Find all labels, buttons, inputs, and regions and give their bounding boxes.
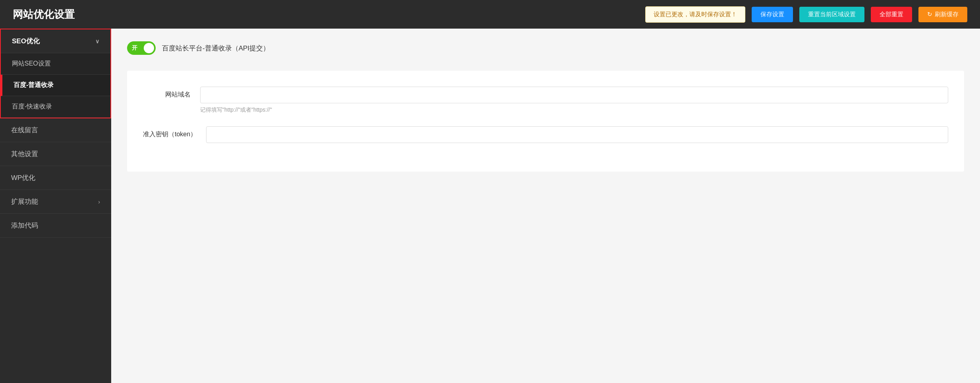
form-row-domain: 网站域名 记得填写"http://"或者"https://" bbox=[143, 87, 948, 114]
toggle-on-label: 开 bbox=[132, 44, 137, 52]
header-actions: 设置已更改，请及时保存设置！ 保存设置 重置当前区域设置 全部重置 ↻ 刷新缓存 bbox=[645, 6, 967, 23]
toggle-title: 百度站长平台-普通收录（API提交） bbox=[162, 44, 270, 53]
reset-all-button[interactable]: 全部重置 bbox=[871, 7, 912, 22]
form-row-token: 准入密钥（token） bbox=[143, 126, 948, 143]
sidebar-item-other[interactable]: 其他设置 bbox=[0, 142, 111, 166]
sidebar-item-add-code[interactable]: 添加代码 bbox=[0, 214, 111, 238]
domain-hint: 记得填写"http://"或者"https://" bbox=[200, 106, 948, 114]
toggle-row: 开 百度站长平台-普通收录（API提交） bbox=[127, 41, 964, 55]
sidebar-item-seo[interactable]: SEO优化 ∨ bbox=[1, 29, 110, 53]
page-title: 网站优化设置 bbox=[13, 8, 75, 21]
token-label: 准入密钥（token） bbox=[143, 126, 197, 139]
header: 网站优化设置 设置已更改，请及时保存设置！ 保存设置 重置当前区域设置 全部重置… bbox=[0, 0, 980, 29]
toggle-knob bbox=[144, 43, 154, 53]
token-input[interactable] bbox=[206, 126, 948, 143]
main-content: 开 百度站长平台-普通收录（API提交） 网站域名 记得填写"http://"或… bbox=[111, 29, 980, 383]
domain-label: 网站域名 bbox=[143, 87, 191, 99]
domain-input[interactable] bbox=[200, 87, 948, 103]
domain-field: 记得填写"http://"或者"https://" bbox=[200, 87, 948, 114]
layout: SEO优化 ∨ 网站SEO设置 百度-普通收录 百度-快速收录 在线留言 其他设… bbox=[0, 29, 980, 383]
sidebar-item-seo-settings[interactable]: 网站SEO设置 bbox=[1, 53, 110, 75]
form-section: 网站域名 记得填写"http://"或者"https://" 准入密钥（toke… bbox=[127, 71, 964, 172]
save-button[interactable]: 保存设置 bbox=[752, 7, 793, 22]
refresh-cache-button[interactable]: ↻ 刷新缓存 bbox=[918, 7, 967, 22]
chevron-right-icon: › bbox=[98, 199, 100, 205]
sidebar-item-baidu-fast[interactable]: 百度-快速收录 bbox=[1, 96, 110, 118]
refresh-icon: ↻ bbox=[927, 11, 932, 18]
seo-group: SEO优化 ∨ 网站SEO设置 百度-普通收录 百度-快速收录 bbox=[0, 29, 111, 118]
header-notice: 设置已更改，请及时保存设置！ bbox=[645, 6, 745, 23]
sidebar-item-baidu-normal[interactable]: 百度-普通收录 bbox=[1, 75, 110, 96]
sidebar: SEO优化 ∨ 网站SEO设置 百度-普通收录 百度-快速收录 在线留言 其他设… bbox=[0, 29, 111, 383]
chevron-down-icon: ∨ bbox=[95, 38, 99, 44]
reset-area-button[interactable]: 重置当前区域设置 bbox=[799, 7, 864, 22]
sidebar-item-messages[interactable]: 在线留言 bbox=[0, 118, 111, 142]
sidebar-item-wp[interactable]: WP优化 bbox=[0, 166, 111, 190]
toggle-switch[interactable]: 开 bbox=[127, 41, 156, 55]
sidebar-item-extensions[interactable]: 扩展功能 › bbox=[0, 190, 111, 214]
sidebar-item-seo-label: SEO优化 bbox=[12, 37, 40, 46]
token-field bbox=[206, 126, 948, 143]
